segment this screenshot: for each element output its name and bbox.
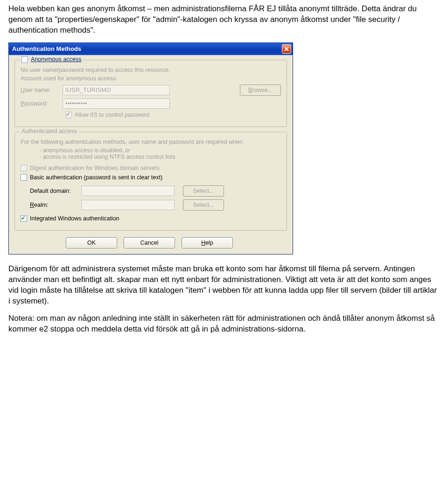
anonymous-access-legend[interactable]: Anonymous access	[20, 56, 83, 63]
username-input	[63, 85, 170, 95]
cancel-button[interactable]: Cancel	[124, 237, 175, 248]
realm-input	[81, 200, 175, 210]
browse-button: Browse...	[240, 85, 281, 96]
intro-paragraph-3: Notera: om man av någon anledning inte s…	[8, 313, 440, 335]
dialog-body: Anonymous access No user name/password r…	[9, 55, 293, 254]
integrated-auth-label: Integrated Windows authentication	[30, 215, 119, 222]
anon-desc: No user name/password required to access…	[21, 67, 281, 73]
username-label: User name:	[21, 87, 63, 93]
authenticated-access-legend: Authenticated access	[20, 128, 79, 134]
digest-auth-label: Digest authentication for Windows domain…	[30, 165, 160, 171]
realm-label: Realm:	[30, 202, 81, 208]
dialog-button-row: OK Cancel Help	[14, 235, 287, 248]
anon-account-line: Account used for anonymous access:	[21, 75, 281, 82]
auth-bullet-1: - anonymous access is disabled, or	[39, 147, 281, 154]
password-input	[63, 99, 170, 109]
dialog-titlebar[interactable]: Authentication Methods	[9, 43, 293, 55]
basic-auth-checkbox[interactable]	[21, 174, 27, 181]
authentication-methods-dialog: Authentication Methods Anonymous access …	[8, 42, 293, 254]
auth-desc: For the following authentication methods…	[21, 139, 281, 145]
ok-button[interactable]: OK	[66, 237, 117, 248]
default-domain-input	[81, 186, 175, 196]
digest-auth-checkbox	[21, 165, 27, 171]
default-domain-label: Default domain:	[30, 188, 81, 194]
select-realm-button: Select...	[183, 199, 224, 211]
anonymous-access-group: Anonymous access No user name/password r…	[14, 60, 287, 127]
allow-iis-label: Allow IIS to control password	[75, 112, 150, 118]
integrated-auth-checkbox[interactable]	[21, 215, 27, 222]
intro-paragraph-2: Därigenom för att administrera systemet …	[8, 264, 440, 307]
intro-paragraph-1: Hela webben kan ges anonym åtkomst – men…	[8, 4, 440, 36]
anonymous-access-checkbox[interactable]	[21, 56, 28, 63]
dialog-title: Authentication Methods	[12, 45, 81, 52]
auth-bullet-2: - access is restricted using NTFS access…	[39, 154, 281, 160]
help-button[interactable]: Help	[182, 237, 233, 248]
authenticated-access-group: Authenticated access For the following a…	[14, 132, 287, 231]
allow-iis-checkbox	[65, 112, 72, 118]
close-icon[interactable]	[282, 44, 291, 54]
select-domain-button: Select...	[183, 185, 224, 197]
password-label: Password:	[21, 100, 63, 107]
anonymous-access-label: Anonymous access	[31, 56, 81, 63]
basic-auth-label: Basic authentication (password is sent i…	[30, 174, 162, 181]
